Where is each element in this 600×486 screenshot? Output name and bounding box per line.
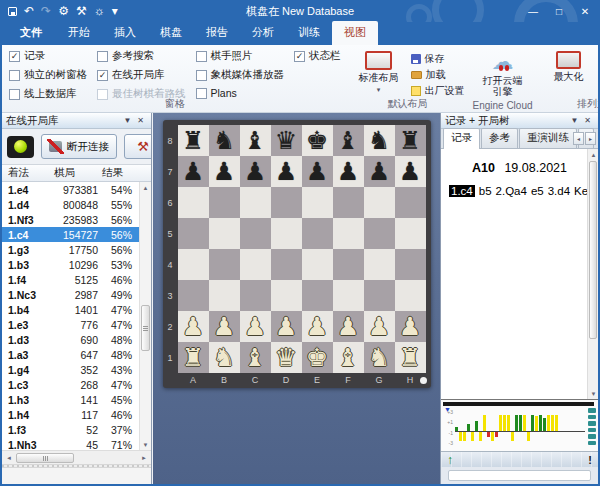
table-row[interactable]: 1.Nf323598356% <box>2 212 140 227</box>
tab-scroll-left-icon[interactable]: ◂ <box>573 132 584 145</box>
square-a7[interactable]: ♟ <box>178 156 209 187</box>
scroll-right-icon[interactable]: ► <box>138 452 150 464</box>
table-row[interactable]: 1.e497338154% <box>2 182 140 197</box>
square-f2[interactable]: ♟ <box>333 311 364 342</box>
column-header-result[interactable]: 结果 <box>102 166 139 180</box>
table-row[interactable]: 1.a364748% <box>2 347 140 362</box>
move-token[interactable]: 3.d4 <box>548 185 570 197</box>
square-h4[interactable] <box>395 249 426 280</box>
square-a6[interactable] <box>178 187 209 218</box>
square-d1[interactable]: ♛ <box>271 342 302 373</box>
square-e2[interactable]: ♟ <box>302 311 333 342</box>
square-h8[interactable]: ♜ <box>395 125 426 156</box>
table-row[interactable]: 1.Nc3298749% <box>2 287 140 302</box>
book-vertical-scrollbar[interactable]: ▲ ▼ <box>139 182 151 450</box>
square-b5[interactable] <box>209 218 240 249</box>
square-e5[interactable] <box>302 218 333 249</box>
square-h5[interactable] <box>395 218 426 249</box>
open-cloud-engine-button[interactable]: ☁ 打开云端引擎 <box>475 49 531 100</box>
scroll-up-icon[interactable]: ▲ <box>140 182 151 193</box>
square-g2[interactable]: ♟ <box>364 311 395 342</box>
standard-layout-button[interactable]: 标准布局 ▾ <box>351 49 407 99</box>
square-d7[interactable]: ♟ <box>271 156 302 187</box>
filter-input[interactable] <box>448 470 591 481</box>
caret-down-icon[interactable]: ▼ <box>120 116 134 125</box>
square-a1[interactable]: ♜ <box>178 342 209 373</box>
table-row[interactable]: 1.c415472756% <box>2 227 140 242</box>
square-e6[interactable] <box>302 187 333 218</box>
square-a4[interactable] <box>178 249 209 280</box>
square-h7[interactable]: ♟ <box>395 156 426 187</box>
square-a5[interactable] <box>178 218 209 249</box>
checkbox-棋手照片[interactable]: 棋手照片 <box>196 49 285 63</box>
scroll-down-icon[interactable]: ▼ <box>588 388 598 399</box>
maximize-layout-button[interactable]: 最大化 <box>541 49 597 99</box>
square-a8[interactable]: ♜ <box>178 125 209 156</box>
panel-close-icon[interactable]: ✕ <box>134 116 147 125</box>
square-b3[interactable] <box>209 280 240 311</box>
ribbon-tab-报告[interactable]: 报告 <box>194 21 240 45</box>
notation-vertical-scrollbar[interactable]: ▲ ▼ <box>587 149 598 399</box>
square-f5[interactable] <box>333 218 364 249</box>
square-b8[interactable]: ♞ <box>209 125 240 156</box>
square-g3[interactable] <box>364 280 395 311</box>
square-f7[interactable]: ♟ <box>333 156 364 187</box>
scrollbar-thumb[interactable] <box>141 305 150 351</box>
chess-board[interactable]: ♜♞♝♛♚♝♞♜♟♟♟♟♟♟♟♟♟♟♟♟♟♟♟♟♜♞♝♛♚♝♞♜ <box>178 125 426 373</box>
square-b4[interactable] <box>209 249 240 280</box>
square-e1[interactable]: ♚ <box>302 342 333 373</box>
close-button[interactable]: ✕ <box>572 6 598 17</box>
maximize-button[interactable]: □ <box>546 6 572 17</box>
square-b6[interactable] <box>209 187 240 218</box>
square-f8[interactable]: ♝ <box>333 125 364 156</box>
table-row[interactable]: 1.h314145% <box>2 392 140 407</box>
scrollbar-thumb[interactable] <box>589 161 597 339</box>
checkbox-记录[interactable]: ✓记录 <box>9 49 87 63</box>
square-g5[interactable] <box>364 218 395 249</box>
table-row[interactable]: 1.e377647% <box>2 317 140 332</box>
checkbox-象棋媒体播放器[interactable]: 象棋媒体播放器 <box>196 68 285 82</box>
scrollbar-thumb[interactable] <box>16 453 74 463</box>
square-b2[interactable]: ♟ <box>209 311 240 342</box>
book-horizontal-scrollbar[interactable]: ◄ ► <box>2 450 151 464</box>
ribbon-tab-棋盘[interactable]: 棋盘 <box>148 21 194 45</box>
square-g8[interactable]: ♞ <box>364 125 395 156</box>
square-d2[interactable]: ♟ <box>271 311 302 342</box>
square-c2[interactable]: ♟ <box>240 311 271 342</box>
checkbox-独立的树窗格[interactable]: 独立的树窗格 <box>9 68 87 82</box>
notation-tab-重演训练[interactable]: 重演训练 <box>519 128 577 148</box>
square-h3[interactable] <box>395 280 426 311</box>
column-header-games[interactable]: 棋局 <box>54 166 102 180</box>
minimize-button[interactable]: — <box>520 6 546 17</box>
square-e4[interactable] <box>302 249 333 280</box>
square-d6[interactable] <box>271 187 302 218</box>
checkbox-在线开局库[interactable]: ✓在线开局库 <box>97 68 186 82</box>
notation-tab-参考[interactable]: 参考 <box>481 128 518 148</box>
scroll-left-icon[interactable]: ◄ <box>3 452 15 464</box>
square-d5[interactable] <box>271 218 302 249</box>
square-g4[interactable] <box>364 249 395 280</box>
up-arrow-icon[interactable]: ↑ <box>447 453 453 467</box>
table-row[interactable]: 1.g31775056% <box>2 242 140 257</box>
square-f6[interactable] <box>333 187 364 218</box>
table-row[interactable]: 1.f35237% <box>2 422 140 437</box>
disconnect-button[interactable]: 断开连接 <box>41 134 117 159</box>
square-h1[interactable]: ♜ <box>395 342 426 373</box>
square-h6[interactable] <box>395 187 426 218</box>
table-row[interactable]: 1.f4512546% <box>2 272 140 287</box>
square-d3[interactable] <box>271 280 302 311</box>
move-token[interactable]: 2.Qa4 <box>496 185 527 197</box>
ribbon-tab-开始[interactable]: 开始 <box>56 21 102 45</box>
tab-scroll-right-icon[interactable]: ▸ <box>585 132 596 145</box>
square-f4[interactable] <box>333 249 364 280</box>
square-c4[interactable] <box>240 249 271 280</box>
table-row[interactable]: 1.b31029653% <box>2 257 140 272</box>
square-e3[interactable] <box>302 280 333 311</box>
scroll-up-icon[interactable]: ▲ <box>588 149 598 160</box>
square-d8[interactable]: ♛ <box>271 125 302 156</box>
table-row[interactable]: 1.d369048% <box>2 332 140 347</box>
column-header-move[interactable]: 着法 <box>2 166 54 180</box>
caret-down-icon[interactable]: ▼ <box>567 116 581 125</box>
table-row[interactable]: 1.g435243% <box>2 362 140 377</box>
square-f3[interactable] <box>333 280 364 311</box>
